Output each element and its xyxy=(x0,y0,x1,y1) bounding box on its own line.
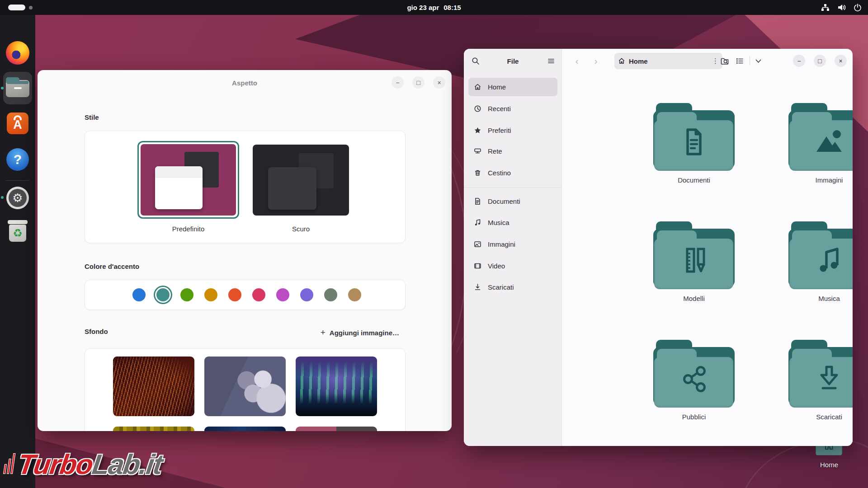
film-icon xyxy=(474,262,481,270)
sidebar-item-video[interactable]: Video xyxy=(468,257,557,275)
top-bar: gio 23 apr 08:15 xyxy=(0,0,868,15)
maximize-button[interactable]: □ xyxy=(412,76,425,89)
settings-running-indicator xyxy=(1,196,4,199)
folder-modelli[interactable]: Modelli xyxy=(649,221,739,302)
accent-magenta[interactable] xyxy=(276,288,289,301)
accent-crimson[interactable] xyxy=(252,288,265,301)
volume-icon xyxy=(837,4,846,11)
sidebar-item-recenti[interactable]: Recenti xyxy=(468,99,557,118)
power-icon xyxy=(854,4,862,12)
dock: A ? ⚙ ♻ xyxy=(0,15,35,488)
sidebar-label: Recenti xyxy=(488,105,511,113)
style-option-default[interactable] xyxy=(137,141,239,219)
ubuntu-desktop: Home A ? ⚙ ♻ xyxy=(0,0,868,488)
folder-pubblici[interactable]: Pubblici xyxy=(649,340,739,421)
dock-item-help[interactable]: ? xyxy=(6,148,29,171)
star-icon xyxy=(474,127,481,134)
accent-bark[interactable] xyxy=(348,288,361,301)
sidebar-item-preferiti[interactable]: Preferiti xyxy=(468,121,557,140)
files-window: File Home Recenti Preferiti xyxy=(464,49,853,446)
help-icon: ? xyxy=(6,148,29,171)
sidebar-item-immagini[interactable]: Immagini xyxy=(468,235,557,253)
style-option-default-label: Predefinito xyxy=(137,225,239,233)
wallpaper-thumb-winter-illustration[interactable] xyxy=(204,357,286,416)
app-menu-button[interactable] xyxy=(544,54,558,68)
close-button[interactable]: × xyxy=(835,55,847,67)
maximize-button[interactable]: □ xyxy=(814,55,826,67)
search-in-folder-button[interactable] xyxy=(718,54,732,68)
image-glyph xyxy=(811,124,847,160)
sidebar-item-cestino[interactable]: Cestino xyxy=(468,164,557,182)
list-view-toggle[interactable] xyxy=(732,54,747,68)
watermark-lab: Lab.it xyxy=(90,449,164,480)
dock-item-trash[interactable]: ♻ xyxy=(6,219,29,243)
sidebar-label: Video xyxy=(488,262,505,270)
dock-item-files[interactable] xyxy=(6,75,29,99)
accent-sage[interactable] xyxy=(324,288,337,301)
wallpaper-thumb-aurora[interactable] xyxy=(296,357,377,416)
files-headerbar[interactable]: ‹ › Home ⋮ xyxy=(562,49,853,73)
image-icon xyxy=(474,240,481,248)
app-center-icon: A xyxy=(7,113,28,134)
accent-purple[interactable] xyxy=(300,288,313,301)
sidebar-item-musica[interactable]: Musica xyxy=(468,213,557,232)
music-glyph xyxy=(811,242,847,278)
clock[interactable]: gio 23 apr 08:15 xyxy=(0,0,868,15)
sidebar-item-home[interactable]: Home xyxy=(468,78,557,96)
view-options-button[interactable] xyxy=(753,54,764,68)
sidebar-label: Rete xyxy=(488,147,502,155)
maximize-icon: □ xyxy=(416,79,420,86)
system-tray[interactable] xyxy=(821,0,862,15)
network-places-icon xyxy=(474,147,481,155)
sidebar-item-documenti[interactable]: Documenti xyxy=(468,192,557,211)
forward-button[interactable]: › xyxy=(589,54,603,68)
sidebar-item-scaricati[interactable]: Scaricati xyxy=(468,278,557,296)
list-view-icon xyxy=(736,57,744,65)
minimize-button[interactable]: − xyxy=(793,55,805,67)
accent-ochre[interactable] xyxy=(204,288,217,301)
network-icon xyxy=(821,4,830,11)
sidebar-label: Immagini xyxy=(488,240,515,248)
wallpaper-thumb-default-split[interactable] xyxy=(296,427,377,431)
folder-icon xyxy=(653,340,735,408)
folder-musica[interactable]: Musica xyxy=(784,221,853,302)
sidebar-item-rete[interactable]: Rete xyxy=(468,142,557,160)
files-content-area: Documenti Immagini xyxy=(562,73,853,446)
folder-immagini[interactable]: Immagini xyxy=(784,103,853,184)
folder-documenti[interactable]: Documenti xyxy=(649,103,739,184)
wallpaper-thumb-orange-waves[interactable] xyxy=(113,357,194,416)
pathbar[interactable]: Home ⋮ xyxy=(614,53,722,69)
style-section-heading: Stile xyxy=(85,113,99,121)
style-option-dark[interactable] xyxy=(253,145,349,216)
style-card: Predefinito Scuro xyxy=(85,131,406,243)
accent-green[interactable] xyxy=(180,288,193,301)
accent-orange[interactable] xyxy=(228,288,241,301)
sidebar-label: Preferiti xyxy=(488,127,511,134)
folder-icon xyxy=(788,103,853,171)
firefox-icon xyxy=(6,41,29,65)
share-glyph xyxy=(676,361,712,397)
add-image-label: Aggiungi immagine… xyxy=(330,329,399,337)
dock-item-settings[interactable]: ⚙ xyxy=(6,186,29,210)
accent-teal-selected[interactable] xyxy=(156,288,170,301)
sidebar-separator xyxy=(464,187,562,188)
sidebar-label: Musica xyxy=(488,219,509,226)
dock-item-firefox[interactable] xyxy=(6,41,29,65)
sidebar-headerbar[interactable]: File xyxy=(464,49,562,73)
accent-blue[interactable] xyxy=(132,288,146,301)
sidebar-label: Scaricati xyxy=(488,283,514,291)
close-button[interactable]: × xyxy=(433,76,445,89)
sidebar-label: Cestino xyxy=(488,169,511,177)
wallpaper-thumb-night-blue[interactable] xyxy=(204,427,286,431)
back-button[interactable]: ‹ xyxy=(570,54,584,68)
folder-icon xyxy=(788,340,853,408)
wallpaper-thumb-golden[interactable] xyxy=(113,427,194,431)
add-image-button[interactable]: + Aggiungi immagine… xyxy=(321,328,399,338)
current-location: Home xyxy=(629,57,712,65)
dock-separator xyxy=(6,180,29,181)
maximize-icon: □ xyxy=(818,57,821,65)
folder-scaricati[interactable]: Scaricati xyxy=(784,340,853,421)
dock-item-app-center[interactable]: A xyxy=(6,112,29,135)
accent-section-heading: Colore d'accento xyxy=(85,263,139,270)
settings-gear-icon: ⚙ xyxy=(6,187,29,209)
